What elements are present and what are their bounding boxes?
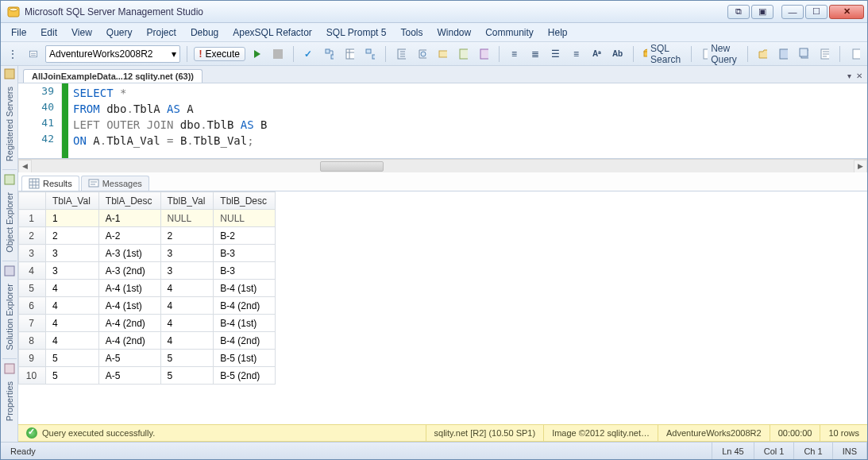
results-grid[interactable]: TblA_ValTblA_DescTblB_ValTblB_Desc11A-1N…	[18, 191, 276, 385]
tool-icon-5[interactable]	[475, 45, 492, 63]
properties-icon[interactable]	[816, 45, 833, 63]
cell[interactable]: 5	[46, 350, 99, 367]
table-row[interactable]: 33A-3 (1st)3B-3	[19, 245, 276, 262]
minimize-button[interactable]: —	[781, 5, 804, 19]
cell[interactable]: B-2	[214, 227, 276, 245]
include-plan-icon[interactable]	[361, 45, 379, 63]
new-query-button[interactable]: New Query	[698, 45, 741, 63]
case2-icon[interactable]: Ab	[609, 45, 627, 63]
menu-sqlprompt[interactable]: SQL Prompt 5	[319, 25, 394, 41]
sidebar-tab-properties[interactable]: Properties	[3, 377, 16, 426]
menu-window[interactable]: Window	[430, 25, 478, 41]
scroll-right-icon[interactable]: ▶	[854, 160, 867, 173]
window-button-extra1[interactable]: ⧉	[727, 5, 750, 19]
menu-help[interactable]: Help	[541, 25, 575, 41]
scroll-left-icon[interactable]: ◀	[18, 160, 32, 173]
debug-play-icon[interactable]	[249, 45, 266, 63]
database-combo[interactable]: AdventureWorks2008R2 ▾	[45, 45, 180, 63]
column-header[interactable]: TblA_Desc	[98, 192, 160, 210]
cell[interactable]: 2	[46, 227, 99, 245]
cell[interactable]: A-2	[98, 227, 160, 245]
cell[interactable]: 5	[160, 350, 214, 367]
cell[interactable]: 4	[46, 280, 99, 297]
sidebar-tab-solution-explorer[interactable]: Solution Explorer	[3, 279, 16, 355]
menu-community[interactable]: Community	[478, 25, 541, 41]
menu-apexsql[interactable]: ApexSQL Refactor	[226, 25, 319, 41]
messages-tab[interactable]: Messages	[81, 176, 149, 191]
cell[interactable]: 4	[160, 297, 214, 315]
cell[interactable]: 4	[46, 315, 99, 332]
scroll-thumb[interactable]	[320, 161, 384, 172]
indent-icon[interactable]: ≡	[506, 45, 523, 63]
close-button[interactable]: ✕	[829, 5, 864, 19]
cell[interactable]: 4	[160, 280, 214, 297]
cell[interactable]: 4	[46, 332, 99, 350]
window-button-extra2[interactable]: ▣	[751, 5, 773, 19]
design-query-icon[interactable]	[341, 45, 358, 63]
menu-tools[interactable]: Tools	[393, 25, 430, 41]
cell[interactable]: B-4 (2nd)	[214, 297, 276, 315]
cell[interactable]: 2	[160, 227, 214, 245]
row-number[interactable]: 8	[19, 332, 46, 350]
execute-button[interactable]: ! Execute	[194, 47, 245, 61]
page-icon[interactable]	[847, 45, 864, 63]
cell[interactable]: B-3	[214, 262, 276, 280]
cell[interactable]: B-5 (2nd)	[214, 367, 276, 385]
cell[interactable]: B-5 (1st)	[214, 350, 276, 367]
sidebar-tab-registered-servers[interactable]: Registered Servers	[3, 82, 16, 166]
row-number[interactable]: 2	[19, 227, 46, 245]
tool-icon-3[interactable]	[434, 45, 451, 63]
results-grid-wrap[interactable]: TblA_ValTblA_DescTblB_ValTblB_Desc11A-1N…	[18, 191, 867, 424]
parse-check-icon[interactable]: ✓	[299, 45, 317, 63]
cell[interactable]: A-4 (2nd)	[98, 332, 160, 350]
table-row[interactable]: 64A-4 (1st)4B-4 (2nd)	[19, 297, 276, 315]
cell[interactable]: B-3	[214, 245, 276, 262]
row-number[interactable]: 4	[19, 262, 46, 280]
menu-debug[interactable]: Debug	[183, 25, 226, 41]
row-number[interactable]: 3	[19, 245, 46, 262]
cell[interactable]: A-5	[98, 367, 160, 385]
row-number[interactable]: 10	[19, 367, 46, 385]
scroll-track[interactable]	[33, 160, 853, 172]
cell[interactable]: NULL	[214, 210, 276, 227]
table-row[interactable]: 43A-3 (2nd)3B-3	[19, 262, 276, 280]
table-row[interactable]: 105A-55B-5 (2nd)	[19, 367, 276, 385]
stop-icon[interactable]	[269, 45, 287, 63]
cell[interactable]: A-4 (2nd)	[98, 315, 160, 332]
table-row[interactable]: 74A-4 (2nd)4B-4 (1st)	[19, 315, 276, 332]
saveall-icon[interactable]	[795, 45, 812, 63]
cell[interactable]: 5	[46, 367, 99, 385]
menu-file[interactable]: File	[4, 25, 33, 41]
table-row[interactable]: 95A-55B-5 (1st)	[19, 350, 276, 367]
tab-close-icon[interactable]: ✕	[856, 72, 862, 80]
column-header[interactable]: TblB_Val	[160, 192, 214, 210]
menu-query[interactable]: Query	[99, 25, 140, 41]
table-row[interactable]: 22A-22B-2	[19, 227, 276, 245]
cell[interactable]: A-3 (1st)	[98, 245, 160, 262]
column-header[interactable]: TblA_Val	[46, 192, 99, 210]
cell[interactable]: A-1	[98, 210, 160, 227]
code-area[interactable]: SELECT *FROM dbo.TblA AS ALEFT OUTER JOI…	[68, 83, 867, 158]
cell[interactable]: 5	[160, 367, 214, 385]
cell[interactable]: 3	[160, 262, 214, 280]
cell[interactable]: B-4 (1st)	[214, 315, 276, 332]
results-tab[interactable]: Results	[21, 176, 79, 191]
case-icon[interactable]: Aᵃ	[588, 45, 606, 63]
menu-project[interactable]: Project	[140, 25, 183, 41]
cell[interactable]: B-4 (1st)	[214, 280, 276, 297]
tab-menu-dropdown-icon[interactable]: ▾	[847, 72, 851, 80]
outdent-icon[interactable]: ≣	[527, 45, 544, 63]
cell[interactable]: 3	[46, 245, 99, 262]
cell[interactable]: 4	[46, 297, 99, 315]
menu-edit[interactable]: Edit	[33, 25, 64, 41]
editor-horizontal-scrollbar[interactable]: ◀ ▶	[18, 159, 867, 172]
tool-icon-1[interactable]	[392, 45, 410, 63]
cell[interactable]: B-4 (2nd)	[214, 332, 276, 350]
menu-view[interactable]: View	[64, 25, 99, 41]
table-row[interactable]: 54A-4 (1st)4B-4 (1st)	[19, 280, 276, 297]
cell[interactable]: 1	[46, 210, 99, 227]
table-row[interactable]: 84A-4 (2nd)4B-4 (2nd)	[19, 332, 276, 350]
row-number[interactable]: 6	[19, 297, 46, 315]
cell[interactable]: A-3 (2nd)	[98, 262, 160, 280]
maximize-button[interactable]: ☐	[805, 5, 827, 19]
